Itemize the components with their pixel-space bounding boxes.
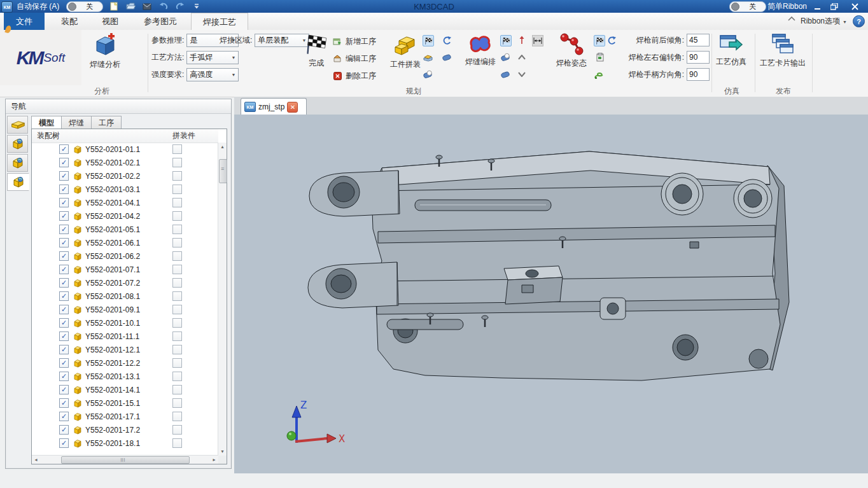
- tree-row[interactable]: ✓ Y552-0201-11.1: [32, 330, 218, 343]
- tree-row[interactable]: ✓ Y552-0201-01.1: [32, 143, 218, 156]
- width-measure-icon[interactable]: [532, 35, 543, 46]
- piece-checkbox[interactable]: [172, 358, 182, 368]
- ribbon-options-button[interactable]: Ribbon选项: [801, 15, 847, 27]
- card-output-button[interactable]: 工艺卡片输出: [759, 33, 807, 69]
- piece-checkbox[interactable]: [172, 318, 182, 328]
- tree-row[interactable]: ✓ Y552-0201-18.1: [32, 436, 218, 450]
- tree-row[interactable]: ✓ Y552-0201-03.1: [32, 183, 218, 196]
- tree-row[interactable]: ✓ Y552-0201-12.1: [32, 343, 218, 356]
- visibility-checkbox[interactable]: ✓: [59, 238, 69, 247]
- visibility-checkbox[interactable]: ✓: [59, 345, 69, 354]
- maximize-button[interactable]: [826, 1, 843, 12]
- process-method-select[interactable]: 手弧焊: [186, 51, 239, 64]
- process-simulation-button[interactable]: 工艺仿真: [713, 33, 750, 67]
- piece-checkbox[interactable]: [172, 144, 182, 154]
- visibility-checkbox[interactable]: ✓: [59, 265, 69, 274]
- red-arrow-up-icon[interactable]: [517, 35, 527, 45]
- visibility-checkbox[interactable]: ✓: [59, 385, 69, 394]
- piece-checkbox[interactable]: [172, 171, 182, 181]
- tree-row[interactable]: ✓ Y552-0201-06.1: [32, 236, 218, 249]
- tree-row[interactable]: ✓ Y552-0201-15.1: [32, 396, 218, 410]
- tree-row[interactable]: ✓ Y552-0201-04.1: [32, 196, 218, 209]
- capsule-sphere-icon[interactable]: [500, 52, 510, 62]
- torch-yaw-angle-input[interactable]: [687, 51, 710, 64]
- panel-window-icon[interactable]: [218, 101, 226, 109]
- tree-row[interactable]: ✓ Y552-0201-12.2: [32, 356, 218, 370]
- tree-row[interactable]: ✓ Y552-0201-10.1: [32, 316, 218, 330]
- tab-view[interactable]: 视图: [92, 13, 129, 30]
- ribbon-mode-toggle[interactable]: 关: [729, 0, 766, 13]
- piece-checkbox[interactable]: [172, 238, 182, 247]
- piece-checkbox[interactable]: [172, 331, 182, 341]
- tree-row[interactable]: ✓ Y552-0201-09.1: [32, 303, 218, 316]
- piece-checkbox[interactable]: [172, 385, 182, 394]
- strip-assembly-icon[interactable]: [7, 135, 28, 153]
- piece-checkbox[interactable]: [172, 372, 182, 381]
- visibility-checkbox[interactable]: ✓: [59, 278, 69, 288]
- strip-assembly-icon[interactable]: [7, 154, 28, 172]
- scroll-down-icon[interactable]: ▾: [218, 447, 227, 456]
- piece-checkbox[interactable]: [172, 425, 182, 435]
- visibility-checkbox[interactable]: ✓: [59, 211, 69, 221]
- visibility-checkbox[interactable]: ✓: [59, 372, 69, 381]
- piece-checkbox[interactable]: [172, 211, 182, 221]
- visibility-checkbox[interactable]: ✓: [59, 398, 69, 408]
- flag-small-icon[interactable]: [500, 35, 512, 46]
- torch-handle-angle-input[interactable]: [687, 68, 710, 81]
- chevron-down-icon[interactable]: [517, 69, 527, 80]
- torch-pose-button[interactable]: 焊枪姿态: [551, 33, 592, 69]
- piece-checkbox[interactable]: [172, 305, 182, 314]
- piece-checkbox[interactable]: [172, 185, 182, 194]
- visibility-checkbox[interactable]: ✓: [59, 358, 69, 368]
- tree-row[interactable]: ✓ Y552-0201-08.1: [32, 289, 218, 303]
- tree-row[interactable]: ✓ Y552-0201-06.2: [32, 249, 218, 263]
- visibility-checkbox[interactable]: ✓: [59, 198, 69, 207]
- finish-button[interactable]: 完成: [299, 33, 333, 69]
- piece-checkbox[interactable]: [172, 198, 182, 207]
- tab-welding-process[interactable]: 焊接工艺: [191, 13, 248, 31]
- capsule-icon[interactable]: [500, 69, 510, 80]
- weld-arrange-button[interactable]: 焊缝编排: [459, 33, 501, 67]
- piece-checkbox[interactable]: [172, 251, 182, 261]
- piece-checkbox[interactable]: [172, 345, 182, 354]
- cad-model[interactable]: Z X: [234, 115, 868, 473]
- visibility-checkbox[interactable]: ✓: [59, 291, 69, 301]
- visibility-checkbox[interactable]: ✓: [59, 144, 69, 154]
- piece-checkbox[interactable]: [172, 398, 182, 408]
- spring-icon[interactable]: [594, 69, 604, 80]
- add-step-button[interactable]: 新增工序: [332, 35, 376, 48]
- tab-assembly[interactable]: 装配: [51, 13, 88, 30]
- visibility-checkbox[interactable]: ✓: [59, 251, 69, 261]
- piece-checkbox[interactable]: [172, 438, 182, 448]
- close-button[interactable]: [846, 1, 863, 12]
- panel-window-icon[interactable]: [192, 101, 200, 109]
- visibility-checkbox[interactable]: ✓: [59, 185, 69, 194]
- piece-checkbox[interactable]: [172, 225, 182, 234]
- minimize-button[interactable]: [809, 1, 826, 12]
- tree-vertical-scrollbar[interactable]: ▴ ▾: [218, 143, 227, 456]
- scroll-up-icon[interactable]: ▴: [218, 143, 227, 151]
- strength-select[interactable]: 高强度: [186, 68, 239, 81]
- chevron-up-icon[interactable]: [517, 52, 527, 62]
- strip-assembly-icon[interactable]: [7, 173, 29, 191]
- part-assembly-button[interactable]: 工件拼装: [382, 33, 429, 70]
- visibility-checkbox[interactable]: ✓: [59, 225, 69, 234]
- visibility-checkbox[interactable]: ✓: [59, 412, 69, 421]
- piece-checkbox[interactable]: [172, 412, 182, 421]
- visibility-checkbox[interactable]: ✓: [59, 438, 69, 448]
- delete-step-button[interactable]: 删除工序: [332, 69, 376, 82]
- piece-checkbox[interactable]: [172, 158, 182, 167]
- tree-row[interactable]: ✓ Y552-0201-17.2: [32, 423, 218, 436]
- tree-row[interactable]: ✓ Y552-0201-04.2: [32, 209, 218, 223]
- ribbon-collapse-icon[interactable]: [788, 16, 798, 26]
- visibility-checkbox[interactable]: ✓: [59, 158, 69, 167]
- capsule-icon[interactable]: [442, 52, 452, 62]
- flag-small-icon[interactable]: [594, 35, 605, 46]
- piece-checkbox[interactable]: [172, 291, 182, 301]
- strip-slab-icon[interactable]: [7, 116, 28, 134]
- rotate-icon[interactable]: [442, 35, 452, 45]
- edit-step-button[interactable]: 编辑工序: [332, 52, 376, 65]
- tree-row[interactable]: ✓ Y552-0201-13.1: [32, 370, 218, 383]
- visibility-checkbox[interactable]: ✓: [59, 425, 69, 435]
- document-close-icon[interactable]: ✕: [287, 102, 298, 113]
